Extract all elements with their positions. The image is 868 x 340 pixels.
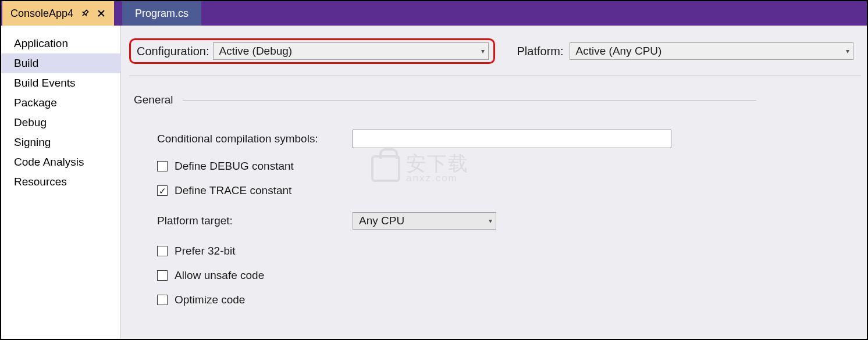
sidebar-item-resources[interactable]: Resources xyxy=(1,172,120,192)
configuration-highlight: Configuration: Active (Debug) ▾ xyxy=(129,38,495,64)
platform-label: Platform: xyxy=(517,45,564,58)
configuration-dropdown[interactable]: Active (Debug) ▾ xyxy=(213,42,489,60)
allow-unsafe-label: Allow unsafe code xyxy=(175,269,264,282)
tab-label: Program.cs xyxy=(135,8,188,20)
conditional-symbols-input[interactable] xyxy=(353,130,671,148)
sidebar-item-label: Build xyxy=(14,57,38,69)
define-debug-checkbox[interactable] xyxy=(157,161,168,171)
main-panel: Configuration: Active (Debug) ▾ Platform… xyxy=(121,26,867,339)
sidebar-item-build-events[interactable]: Build Events xyxy=(1,73,120,93)
prefer-32bit-checkbox[interactable] xyxy=(157,246,168,256)
allow-unsafe-checkbox[interactable] xyxy=(157,270,168,281)
sidebar-item-label: Application xyxy=(14,37,68,49)
close-icon[interactable] xyxy=(97,9,106,18)
define-trace-label: Define TRACE constant xyxy=(175,184,291,197)
sidebar-item-label: Resources xyxy=(14,176,67,188)
section-title: General xyxy=(134,94,173,106)
sidebar: Application Build Build Events Package D… xyxy=(1,26,121,339)
tab-consoleapp4[interactable]: ConsoleApp4 xyxy=(2,1,114,26)
divider xyxy=(129,76,861,76)
define-trace-checkbox[interactable] xyxy=(157,185,168,196)
sidebar-item-label: Debug xyxy=(14,116,47,128)
pin-icon[interactable] xyxy=(80,9,90,18)
sidebar-item-application[interactable]: Application xyxy=(1,34,120,53)
sidebar-item-package[interactable]: Package xyxy=(1,93,120,113)
tab-strip: ConsoleApp4 Program.cs xyxy=(1,1,867,26)
define-debug-label: Define DEBUG constant xyxy=(175,160,294,173)
section-line xyxy=(183,100,756,101)
sidebar-item-code-analysis[interactable]: Code Analysis xyxy=(1,152,120,172)
tab-label: ConsoleApp4 xyxy=(10,8,73,20)
sidebar-item-label: Build Events xyxy=(14,77,76,89)
sidebar-item-signing[interactable]: Signing xyxy=(1,133,120,152)
platform-value: Active (Any CPU) xyxy=(576,45,662,58)
platform-target-value: Any CPU xyxy=(359,214,404,227)
sidebar-item-label: Code Analysis xyxy=(14,156,84,168)
chevron-down-icon: ▾ xyxy=(846,47,849,55)
sidebar-item-debug[interactable]: Debug xyxy=(1,113,120,133)
sidebar-item-label: Package xyxy=(14,96,57,109)
optimize-code-checkbox[interactable] xyxy=(157,295,168,305)
platform-target-dropdown[interactable]: Any CPU ▾ xyxy=(353,212,496,230)
prefer-32bit-label: Prefer 32-bit xyxy=(175,245,236,257)
sidebar-item-build[interactable]: Build xyxy=(1,53,120,73)
configuration-label: Configuration: xyxy=(137,45,209,58)
platform-dropdown[interactable]: Active (Any CPU) ▾ xyxy=(570,42,853,60)
chevron-down-icon: ▾ xyxy=(481,47,485,55)
section-general-header: General xyxy=(134,94,861,106)
platform-target-label: Platform target: xyxy=(157,214,353,227)
optimize-code-label: Optimize code xyxy=(175,294,245,306)
configuration-value: Active (Debug) xyxy=(219,45,293,58)
sidebar-item-label: Signing xyxy=(14,136,51,148)
tab-program-cs[interactable]: Program.cs xyxy=(122,1,201,26)
chevron-down-icon: ▾ xyxy=(489,217,492,225)
conditional-symbols-label: Conditional compilation symbols: xyxy=(157,133,353,145)
